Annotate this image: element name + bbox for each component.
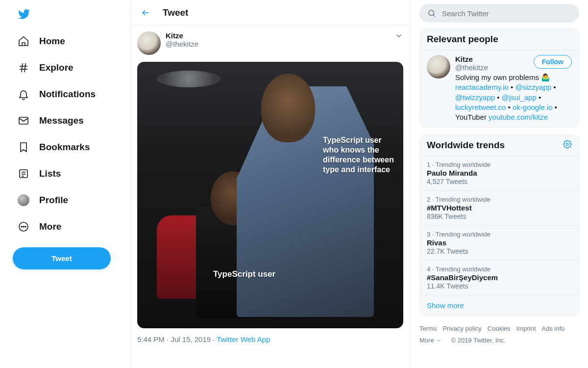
bookmark-icon xyxy=(18,141,29,153)
bio-link[interactable]: luckyretweet.co xyxy=(455,103,506,111)
avatar-icon xyxy=(18,194,29,206)
nav-home[interactable]: Home xyxy=(13,29,126,53)
follow-button[interactable]: Follow xyxy=(534,55,572,69)
nav-notifications[interactable]: Notifications xyxy=(13,82,126,106)
bio-link[interactable]: @jsui_app xyxy=(502,93,537,102)
nav-profile[interactable]: Profile xyxy=(13,188,126,212)
right-column: Relevant people Kitze @thekitze Follow S… xyxy=(411,0,588,368)
footer-link[interactable]: Cookies xyxy=(488,325,511,332)
tweet-date: Jul 15, 2019 xyxy=(171,335,211,343)
relevant-person: Kitze @thekitze Follow Solving my own pr… xyxy=(420,50,579,127)
relevant-title: Relevant people xyxy=(427,34,498,45)
trend-count: 11.4K Tweets xyxy=(427,282,572,290)
trend-name: Rivas xyxy=(427,238,572,247)
trends-title: Worldwide trends xyxy=(427,140,505,151)
footer-copyright: © 2019 Twitter, Inc. xyxy=(451,337,505,344)
trend-count: 836K Tweets xyxy=(427,212,572,220)
nav-label: Home xyxy=(39,36,65,47)
svg-line-3 xyxy=(24,63,25,72)
compose-tweet-button[interactable]: Tweet xyxy=(13,247,111,269)
tweet-source-link[interactable]: Twitter Web App xyxy=(217,335,270,343)
nav-lists[interactable]: Lists xyxy=(13,162,126,185)
trend-count: 4,527 Tweets xyxy=(427,178,572,185)
footer-link[interactable]: Privacy policy xyxy=(442,325,481,332)
author-avatar[interactable] xyxy=(137,31,161,55)
trend-name: #MTVHottest xyxy=(427,204,572,212)
person-name[interactable]: Kitze xyxy=(455,55,488,63)
mail-icon xyxy=(18,115,29,127)
tweet-time: 5:44 PM xyxy=(137,335,165,343)
main-header: Tweet xyxy=(130,0,410,26)
main-column: Tweet Kitze @thekitze TypeScr xyxy=(130,0,411,368)
image-caption-low: TypeScript user xyxy=(213,269,275,279)
nav-label: Notifications xyxy=(39,89,96,100)
svg-point-12 xyxy=(25,226,26,227)
trend-name: #SanaBirŞeyDiycem xyxy=(427,273,572,282)
bio-link[interactable]: youtube.com/kitze xyxy=(489,113,548,121)
image-decor xyxy=(261,74,315,142)
trend-item[interactable]: 4 · Trending worldwide#SanaBirŞeyDiycem1… xyxy=(420,260,579,295)
nav-messages[interactable]: Messages xyxy=(13,109,126,132)
trend-meta: 4 · Trending worldwide xyxy=(427,265,572,273)
svg-point-13 xyxy=(429,10,434,16)
nav-label: Bookmarks xyxy=(39,142,90,153)
twitter-logo[interactable] xyxy=(13,5,126,29)
nav-label: More xyxy=(39,221,61,232)
list-icon xyxy=(18,168,29,180)
nav-more[interactable]: More xyxy=(13,215,126,238)
relevant-people-card: Relevant people Kitze @thekitze Follow S… xyxy=(419,28,579,128)
bio-link[interactable]: @sizzyapp xyxy=(515,83,552,91)
bell-icon xyxy=(18,88,29,100)
trends-card: Worldwide trends 1 · Trending worldwideP… xyxy=(419,134,579,316)
trend-item[interactable]: 2 · Trending worldwide#MTVHottest836K Tw… xyxy=(420,190,579,225)
author-name[interactable]: Kitze xyxy=(166,31,394,40)
svg-point-10 xyxy=(21,226,22,227)
nav-bookmarks[interactable]: Bookmarks xyxy=(13,135,126,159)
author-handle[interactable]: @thekitze xyxy=(166,40,394,48)
person-handle[interactable]: @thekitze xyxy=(455,63,488,72)
image-decor xyxy=(157,71,220,87)
sidebar: Home Explore Notifications Messages Book… xyxy=(0,0,130,368)
footer-link[interactable]: Ads info xyxy=(542,325,565,332)
search-icon xyxy=(427,9,436,18)
tweet-caret-button[interactable] xyxy=(394,31,403,42)
trend-meta: 2 · Trending worldwide xyxy=(427,196,572,203)
trend-meta: 1 · Trending worldwide xyxy=(427,161,572,168)
trend-meta: 3 · Trending worldwide xyxy=(427,231,572,238)
bio-link[interactable]: ok-google.io xyxy=(513,103,553,111)
tweet-image[interactable]: TypeScript user TypeScript user who know… xyxy=(137,62,403,328)
svg-rect-4 xyxy=(19,117,28,124)
person-bio: Solving my own problems 🤷‍♂️ reactacadem… xyxy=(455,73,572,122)
footer-more[interactable]: More xyxy=(419,337,441,344)
bio-link[interactable]: @twizzyapp xyxy=(455,93,495,102)
person-avatar[interactable] xyxy=(427,55,450,79)
trend-name: Paulo Miranda xyxy=(427,169,572,177)
back-button[interactable] xyxy=(137,4,154,21)
tweet: Kitze @thekitze TypeScript user TypeScri… xyxy=(130,26,410,352)
page-title: Tweet xyxy=(163,7,188,18)
hash-icon xyxy=(18,62,29,74)
trend-count: 22.7K Tweets xyxy=(427,247,572,255)
image-caption-high: TypeScript user who knows the difference… xyxy=(323,135,396,175)
svg-point-15 xyxy=(566,143,569,146)
nav-label: Messages xyxy=(39,115,84,126)
nav-label: Explore xyxy=(39,62,74,73)
bio-link[interactable]: reactacademy.io xyxy=(455,83,509,91)
more-icon xyxy=(18,221,29,233)
search-input[interactable] xyxy=(442,9,571,18)
trend-item[interactable]: 1 · Trending worldwidePaulo Miranda4,527… xyxy=(420,156,579,190)
footer-link[interactable]: Terms xyxy=(419,325,437,332)
footer: TermsPrivacy policyCookiesImprintAds inf… xyxy=(419,323,579,346)
svg-point-11 xyxy=(23,226,24,227)
search-box[interactable] xyxy=(419,4,579,23)
svg-line-2 xyxy=(22,63,23,72)
nav-label: Profile xyxy=(39,195,68,206)
nav-label: Lists xyxy=(39,168,61,179)
tweet-meta: 5:44 PM · Jul 15, 2019 · Twitter Web App xyxy=(137,328,403,346)
trend-item[interactable]: 3 · Trending worldwideRivas22.7K Tweets xyxy=(420,225,579,260)
home-icon xyxy=(18,35,29,47)
nav-explore[interactable]: Explore xyxy=(13,56,126,79)
trends-show-more[interactable]: Show more xyxy=(420,295,579,315)
footer-link[interactable]: Imprint xyxy=(516,325,536,332)
trends-settings-button[interactable] xyxy=(563,140,572,151)
